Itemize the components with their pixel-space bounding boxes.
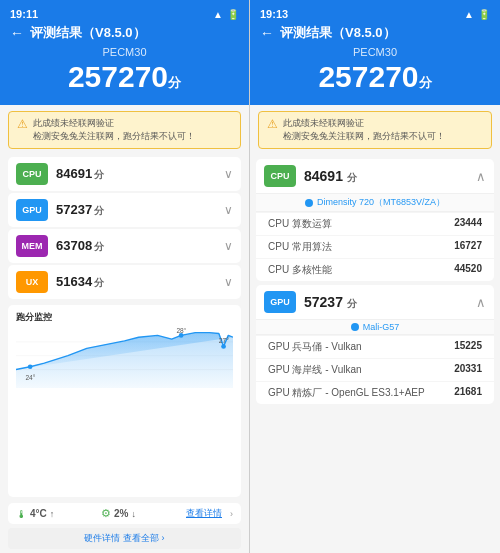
right-cpu-chevron-icon: ∧	[476, 169, 486, 184]
cpu-row[interactable]: CPU 84691分 ∨	[8, 157, 241, 191]
right-nav: ← 评测结果（V8.5.0）	[260, 24, 490, 42]
cpu-score: 84691分	[56, 166, 216, 182]
ux-chevron-icon: ∨	[224, 275, 233, 289]
mem-chevron-icon: ∨	[224, 239, 233, 253]
right-warning-icon: ⚠	[267, 117, 278, 131]
cpu-sub-row-1: CPU 常用算法 16727	[256, 235, 494, 258]
right-warning-box: ⚠ 此成绩未经联网验证 检测安兔兔关注联网，跑分结果不认可！	[258, 111, 492, 149]
right-arrow-icon: ›	[230, 509, 233, 519]
footer-stats-row: 🌡 4°C ↑ ⚙ 2% ↓ 查看详情 ›	[8, 503, 241, 524]
right-gpu-chevron-icon: ∧	[476, 295, 486, 310]
signal-icon: ▲	[213, 9, 223, 20]
detail-link[interactable]: 查看详情	[186, 507, 222, 520]
left-score-rows: CPU 84691分 ∨ GPU 57237分 ∨ MEM 63708分 ∨ U…	[0, 155, 249, 301]
left-score-value: 257270	[68, 60, 168, 93]
warning-icon: ⚠	[17, 117, 28, 131]
cpu-chevron-icon: ∨	[224, 167, 233, 181]
svg-text:28°: 28°	[176, 328, 186, 334]
left-status-icons: ▲ 🔋	[213, 9, 239, 20]
cpu-arrow-icon: ↓	[131, 509, 136, 519]
right-cpu-score: 84691 分	[304, 168, 468, 185]
left-page-title: 评测结果（V8.5.0）	[30, 24, 146, 42]
right-gpu-header[interactable]: GPU 57237 分 ∧	[256, 285, 494, 319]
gpu-sub-row-0: GPU 兵马俑 - Vulkan 15225	[256, 335, 494, 358]
right-page-title: 评测结果（V8.5.0）	[280, 24, 396, 42]
cpu-pct-stat: ⚙ 2% ↓	[101, 507, 178, 520]
chart-title: 跑分监控	[16, 311, 233, 324]
temp-stat: 🌡 4°C ↑	[16, 508, 93, 520]
gpu-chip-dot-icon	[351, 323, 359, 331]
left-warning-text: 此成绩未经联网验证 检测安兔兔关注联网，跑分结果不认可！	[33, 117, 195, 143]
right-gpu-chip-label: Mali-G57	[256, 319, 494, 335]
battery-icon: 🔋	[227, 9, 239, 20]
right-gpu-section: GPU 57237 分 ∧ Mali-G57 GPU 兵马俑 - Vulkan …	[256, 285, 494, 404]
hardware-link[interactable]: 硬件详情 查看全部 ›	[8, 528, 241, 549]
right-warning-text: 此成绩未经联网验证 检测安兔兔关注联网，跑分结果不认可！	[283, 117, 445, 143]
cpu-badge: CPU	[16, 163, 48, 185]
right-signal-icon: ▲	[464, 9, 474, 20]
mem-score: 63708分	[56, 238, 216, 254]
right-score-value: 257270	[318, 60, 418, 93]
right-gpu-score: 57237 分	[304, 294, 468, 311]
right-header: 19:13 ▲ 🔋 ← 评测结果（V8.5.0） PECM30 257270分	[250, 0, 500, 105]
right-gpu-badge: GPU	[264, 291, 296, 313]
mem-row[interactable]: MEM 63708分 ∨	[8, 229, 241, 263]
right-cpu-header[interactable]: CPU 84691 分 ∧	[256, 159, 494, 193]
right-panel: 19:13 ▲ 🔋 ← 评测结果（V8.5.0） PECM30 257270分 …	[250, 0, 500, 553]
cpu-usage-icon: ⚙	[101, 507, 111, 520]
left-header: 19:11 ▲ 🔋 ← 评测结果（V8.5.0） PECM30 257270分	[0, 0, 249, 105]
left-nav: ← 评测结果（V8.5.0）	[10, 24, 239, 42]
svg-text:24°: 24°	[25, 374, 35, 381]
gpu-chevron-icon: ∨	[224, 203, 233, 217]
gpu-score: 57237分	[56, 202, 216, 218]
temp-arrow-icon: ↑	[50, 509, 55, 519]
chart-svg: 24° 28° 27°	[16, 328, 233, 388]
left-warning-box: ⚠ 此成绩未经联网验证 检测安兔兔关注联网，跑分结果不认可！	[8, 111, 241, 149]
left-device-name: PECM30	[10, 46, 239, 58]
ux-score: 51634分	[56, 274, 216, 290]
right-battery-icon: 🔋	[478, 9, 490, 20]
gpu-sub-row-1: GPU 海岸线 - Vulkan 20331	[256, 358, 494, 381]
thermometer-icon: 🌡	[16, 508, 27, 520]
left-back-button[interactable]: ←	[10, 25, 24, 41]
right-back-button[interactable]: ←	[260, 25, 274, 41]
right-status-bar: 19:13 ▲ 🔋	[260, 8, 490, 20]
gpu-sub-row-2: GPU 精炼厂 - OpenGL ES3.1+AEP 21681	[256, 381, 494, 404]
temp-value: 4°C	[30, 508, 47, 519]
cpu-pct-value: 2%	[114, 508, 128, 519]
cpu-sub-row-2: CPU 多核性能 44520	[256, 258, 494, 281]
right-cpu-chip-label: Dimensity 720（MT6853V/ZA）	[256, 193, 494, 212]
svg-point-5	[179, 333, 184, 338]
right-total-score: 257270分	[260, 60, 490, 93]
mem-badge: MEM	[16, 235, 48, 257]
svg-point-7	[221, 344, 226, 349]
right-cpu-badge: CPU	[264, 165, 296, 187]
right-cpu-section: CPU 84691 分 ∧ Dimensity 720（MT6853V/ZA） …	[256, 159, 494, 281]
left-score-unit: 分	[168, 75, 181, 90]
svg-point-3	[28, 364, 33, 369]
ux-row[interactable]: UX 51634分 ∨	[8, 265, 241, 299]
gpu-row[interactable]: GPU 57237分 ∨	[8, 193, 241, 227]
left-time: 19:11	[10, 8, 38, 20]
right-score-unit: 分	[419, 75, 432, 90]
left-chart-area: 跑分监控 24°	[8, 305, 241, 497]
cpu-sub-row-0: CPU 算数运算 23444	[256, 212, 494, 235]
right-time: 19:13	[260, 8, 288, 20]
right-device-name: PECM30	[260, 46, 490, 58]
left-panel: 19:11 ▲ 🔋 ← 评测结果（V8.5.0） PECM30 257270分 …	[0, 0, 250, 553]
right-status-icons: ▲ 🔋	[464, 9, 490, 20]
chip-dot-icon	[305, 199, 313, 207]
svg-text:27°: 27°	[219, 337, 229, 344]
left-total-score: 257270分	[10, 60, 239, 93]
ux-badge: UX	[16, 271, 48, 293]
left-status-bar: 19:11 ▲ 🔋	[10, 8, 239, 20]
right-scroll-area[interactable]: CPU 84691 分 ∧ Dimensity 720（MT6853V/ZA） …	[250, 155, 500, 553]
gpu-badge: GPU	[16, 199, 48, 221]
